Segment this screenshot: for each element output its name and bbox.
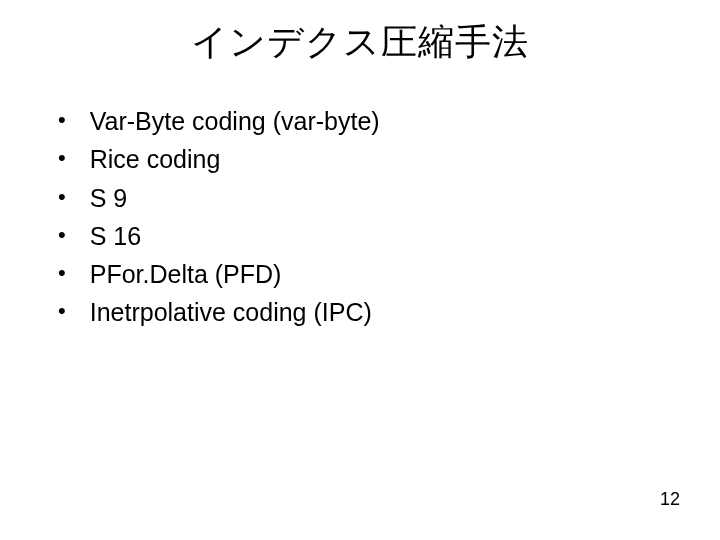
bullet-icon: •	[58, 103, 66, 136]
slide-container: インデクス圧縮手法 • Var-Byte coding (var-byte) •…	[0, 0, 720, 540]
bullet-text: Var-Byte coding (var-byte)	[90, 103, 380, 139]
page-number: 12	[660, 489, 680, 510]
bullet-text: Rice coding	[90, 141, 221, 177]
list-item: • Var-Byte coding (var-byte)	[58, 103, 690, 139]
list-item: • PFor.Delta (PFD)	[58, 256, 690, 292]
list-item: • Rice coding	[58, 141, 690, 177]
list-item: • S 9	[58, 180, 690, 216]
list-item: • S 16	[58, 218, 690, 254]
bullet-icon: •	[58, 256, 66, 289]
list-item: • Inetrpolative coding (IPC)	[58, 294, 690, 330]
bullet-text: S 9	[90, 180, 128, 216]
bullet-icon: •	[58, 141, 66, 174]
bullet-text: PFor.Delta (PFD)	[90, 256, 282, 292]
bullet-list: • Var-Byte coding (var-byte) • Rice codi…	[30, 103, 690, 331]
bullet-icon: •	[58, 294, 66, 327]
bullet-text: Inetrpolative coding (IPC)	[90, 294, 372, 330]
bullet-icon: •	[58, 218, 66, 251]
bullet-text: S 16	[90, 218, 141, 254]
slide-title: インデクス圧縮手法	[30, 18, 690, 67]
bullet-icon: •	[58, 180, 66, 213]
